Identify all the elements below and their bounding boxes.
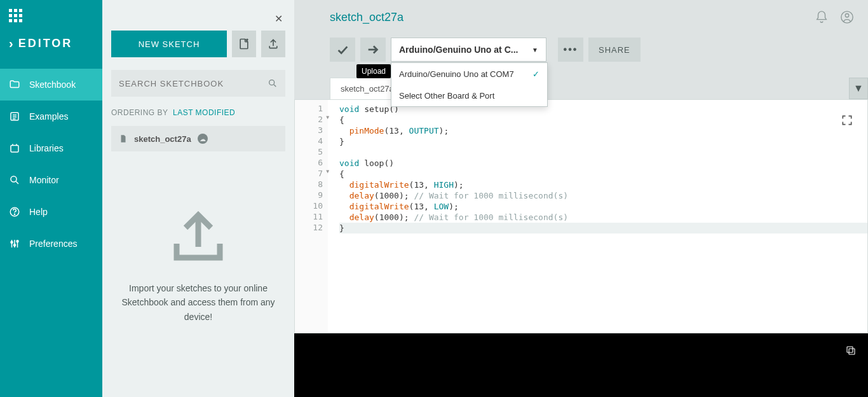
upload-icon	[267, 38, 280, 50]
sidebar-item-label: Libraries	[29, 143, 64, 153]
more-label: •••	[564, 44, 578, 55]
svg-point-24	[845, 14, 849, 18]
copy-output-button[interactable]	[845, 345, 857, 356]
sketch-item[interactable]: sketch_oct27a ☁	[111, 126, 285, 151]
svg-point-10	[14, 214, 15, 214]
left-nav: › EDITOR Sketchbook Examples Libraries	[0, 0, 102, 397]
sidebar-item-monitor[interactable]: Monitor	[0, 164, 102, 196]
svg-point-21	[269, 80, 275, 85]
ordering-label: ORDERING BY	[111, 108, 168, 117]
new-file-button[interactable]	[232, 31, 256, 57]
check-icon	[336, 43, 349, 57]
apps-button[interactable]	[0, 0, 102, 31]
chevron-down-icon: ▼	[853, 83, 864, 94]
user-icon[interactable]	[840, 10, 854, 24]
sketch-title: sketch_oct27a	[308, 11, 815, 24]
search-input[interactable]	[119, 79, 268, 88]
cloud-icon: ☁	[198, 134, 208, 144]
editor-title: › EDITOR	[0, 31, 102, 56]
sidebar-item-examples[interactable]: Examples	[0, 101, 102, 132]
sidebar-item-libraries[interactable]: Libraries	[0, 132, 102, 164]
apps-icon	[9, 9, 22, 22]
sidebar-item-label: Monitor	[29, 175, 59, 185]
svg-point-7	[11, 176, 17, 182]
share-label: SHARE	[599, 45, 630, 55]
sidebar-item-help[interactable]: Help	[0, 196, 102, 228]
code-area[interactable]: void setup() { pinMode(13, OUTPUT); } vo…	[328, 100, 867, 333]
tabs-row: sketch_oct27a ▼	[294, 76, 868, 99]
board-option-label: Arduino/Genuino Uno at COM7	[399, 69, 514, 79]
svg-rect-4	[11, 146, 18, 153]
ordering-row[interactable]: ORDERING BY LAST MODIFIED	[111, 108, 285, 117]
import-message: Import your sketches to your online Sket…	[102, 281, 294, 324]
new-sketch-button[interactable]: NEW SKETCH	[111, 31, 227, 57]
chevron-right-icon: ›	[9, 36, 13, 51]
search-icon	[268, 78, 278, 88]
copy-icon	[845, 345, 857, 356]
svg-line-8	[16, 181, 18, 184]
help-icon	[8, 205, 22, 219]
console	[294, 333, 868, 397]
fullscreen-icon	[841, 114, 853, 127]
ordering-value: LAST MODIFIED	[173, 108, 235, 117]
sidebar-item-preferences[interactable]: Preferences	[0, 228, 102, 260]
close-icon[interactable]: ✕	[275, 13, 283, 25]
board-selected-label: Arduino/Genuino Uno at C...	[399, 45, 518, 55]
board-option-other[interactable]: Select Other Board & Port	[391, 85, 547, 106]
file-icon	[119, 134, 128, 143]
share-button[interactable]: SHARE	[588, 38, 641, 62]
editor-title-label: EDITOR	[18, 37, 73, 50]
tab-label: sketch_oct27a	[341, 84, 394, 94]
svg-rect-26	[849, 349, 855, 354]
check-icon: ✓	[532, 69, 539, 79]
sidebar-item-sketchbook[interactable]: Sketchbook	[0, 69, 102, 101]
calendar-icon	[8, 141, 22, 155]
new-file-icon	[238, 38, 250, 50]
svg-rect-27	[847, 347, 853, 352]
board-selector[interactable]: Arduino/Genuino Uno at C... ▼ Arduino/Ge…	[391, 38, 546, 62]
toolbar: Arduino/Genuino Uno at C... ▼ Arduino/Ge…	[294, 34, 868, 65]
fullscreen-button[interactable]	[841, 114, 853, 127]
sliders-icon	[8, 237, 22, 251]
sidebar-item-label: Preferences	[29, 239, 77, 249]
sketchbook-panel: ✕ NEW SKETCH ORDERING BY LAST MODIFIED s…	[102, 0, 294, 397]
import-icon[interactable]	[166, 209, 230, 266]
more-button[interactable]: •••	[558, 38, 583, 62]
main-area: sketch_oct27a Arduino/Genuino Uno at C..…	[294, 0, 868, 397]
list-icon	[8, 109, 22, 123]
search-sketchbook[interactable]	[111, 70, 285, 97]
chevron-down-icon: ▼	[532, 46, 538, 53]
folder-icon	[8, 78, 22, 92]
svg-line-22	[274, 85, 276, 87]
arrow-right-icon	[366, 43, 380, 57]
new-sketch-label: NEW SKETCH	[139, 39, 200, 49]
upload-button[interactable]	[261, 31, 285, 57]
board-option[interactable]: Arduino/Genuino Uno at COM7 ✓	[391, 63, 547, 85]
search-icon	[8, 173, 22, 187]
sidebar-item-label: Help	[29, 207, 48, 217]
tab-dropdown-button[interactable]: ▼	[849, 78, 868, 99]
sidebar-item-label: Examples	[29, 111, 68, 122]
bell-icon[interactable]	[815, 10, 829, 24]
sidebar-item-label: Sketchbook	[29, 80, 76, 90]
code-editor[interactable]: 1 2 3 4 5 6 7 8 9 10 11 12 void setup() …	[294, 99, 868, 333]
board-dropdown: Arduino/Genuino Uno at COM7 ✓ Select Oth…	[391, 62, 548, 107]
board-option-label: Select Other Board & Port	[399, 91, 494, 101]
gutter: 1 2 3 4 5 6 7 8 9 10 11 12	[295, 100, 328, 333]
verify-button[interactable]	[330, 38, 355, 62]
topbar: sketch_oct27a	[294, 0, 868, 34]
upload-sketch-button[interactable]	[360, 38, 386, 62]
sketch-item-name: sketch_oct27a	[134, 134, 191, 144]
upload-tooltip: Upload	[356, 64, 391, 78]
